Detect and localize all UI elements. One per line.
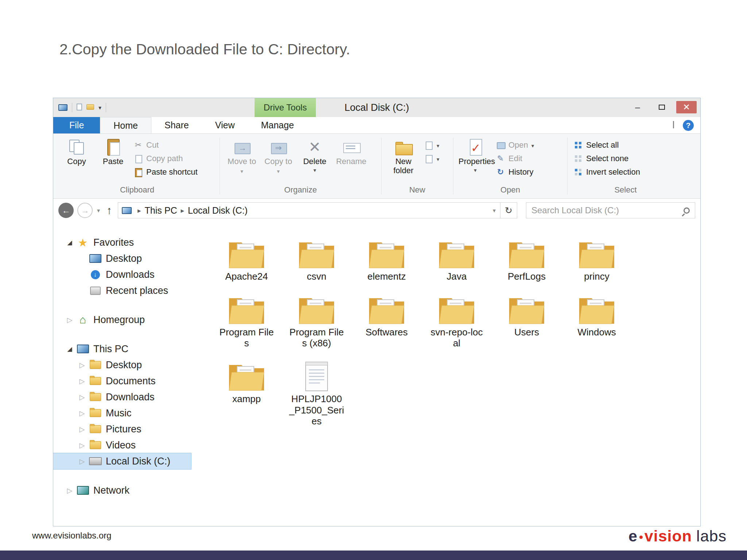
organize-group: Move to Copy to Delete Rename Organize bbox=[220, 134, 381, 198]
ribbon-tab[interactable]: Share bbox=[151, 117, 202, 133]
forward-button[interactable]: → bbox=[77, 203, 93, 218]
paste-button[interactable]: Paste bbox=[96, 137, 131, 166]
rename-button[interactable]: Rename bbox=[334, 137, 369, 166]
file-name: Java bbox=[447, 271, 467, 282]
sidebar-item[interactable]: Favorites bbox=[53, 234, 199, 250]
collapse-ribbon-button[interactable] bbox=[673, 122, 674, 129]
sidebar-item[interactable]: Music bbox=[53, 405, 199, 421]
sidebar-item[interactable]: Pictures bbox=[53, 421, 199, 437]
logo-vision: vision bbox=[645, 527, 692, 545]
breadcrumb-item[interactable]: This PC bbox=[145, 205, 177, 216]
file-item[interactable]: elementz bbox=[352, 232, 422, 282]
file-item[interactable]: csvn bbox=[282, 232, 352, 282]
file-item[interactable]: HPLJP1000_P1500_Series bbox=[282, 354, 352, 427]
file-item[interactable]: Program Files bbox=[212, 287, 282, 349]
easy-access-button[interactable] bbox=[422, 153, 441, 164]
drive-tools-contextual-tab[interactable]: Drive Tools bbox=[255, 98, 316, 117]
file-explorer-window: ▾ Local Disk (C:) Drive Tools – ✕ File H… bbox=[53, 98, 701, 526]
search-input[interactable] bbox=[531, 205, 681, 215]
address-bar[interactable]: This PC Local Disk (C:) ▾ bbox=[118, 202, 500, 218]
up-button[interactable]: ↑ bbox=[104, 204, 114, 217]
close-button[interactable]: ✕ bbox=[676, 101, 697, 113]
file-item[interactable]: PerfLogs bbox=[492, 232, 562, 282]
expander-icon[interactable] bbox=[63, 238, 76, 246]
sidebar-item[interactable]: Downloads bbox=[53, 389, 199, 405]
expander-icon[interactable] bbox=[76, 361, 88, 369]
invert-selection-label: Invert selection bbox=[586, 167, 640, 177]
maximize-button[interactable] bbox=[652, 101, 671, 113]
expander-icon[interactable] bbox=[76, 377, 88, 385]
select-none-button[interactable]: Select none bbox=[572, 153, 642, 164]
delete-icon bbox=[306, 138, 324, 156]
invert-selection-button[interactable]: Invert selection bbox=[572, 167, 642, 178]
move-to-button[interactable]: Move to bbox=[224, 137, 259, 176]
sidebar-item[interactable]: Documents bbox=[53, 373, 199, 389]
edit-button[interactable]: ✎ Edit bbox=[494, 153, 535, 164]
file-list: Apache24 bbox=[199, 222, 700, 526]
expander-icon[interactable] bbox=[63, 345, 76, 353]
file-item[interactable]: xampp bbox=[212, 354, 282, 427]
sidebar-item[interactable]: Videos bbox=[53, 437, 199, 453]
sidebar-item[interactable]: Recent places bbox=[53, 283, 199, 299]
expander-icon[interactable] bbox=[76, 425, 88, 433]
titlebar[interactable]: ▾ Local Disk (C:) Drive Tools – ✕ bbox=[53, 98, 700, 117]
file-item[interactable]: princy bbox=[562, 232, 632, 282]
sidebar-item[interactable]: Network bbox=[53, 482, 199, 498]
recent-places-icon bbox=[88, 285, 102, 296]
window-controls: – ✕ bbox=[628, 101, 697, 113]
ribbon: Copy Paste ✂ Cut Copy path bbox=[53, 134, 700, 199]
back-button[interactable]: ← bbox=[58, 203, 74, 218]
sidebar-item[interactable]: Desktop bbox=[53, 250, 199, 267]
move-to-label: Move to bbox=[228, 157, 256, 166]
paste-shortcut-label: Paste shortcut bbox=[146, 167, 198, 177]
copy-path-button[interactable]: Copy path bbox=[132, 153, 199, 164]
history-button[interactable]: ↻ History bbox=[494, 167, 535, 178]
sidebar-item[interactable]: Downloads bbox=[53, 267, 199, 283]
sidebar-item[interactable]: Local Disk (C:) bbox=[53, 453, 191, 469]
qat-properties-button[interactable] bbox=[77, 104, 82, 112]
new-folder-button[interactable]: New folder bbox=[386, 137, 421, 176]
copy-to-button[interactable]: Copy to bbox=[261, 137, 296, 176]
file-item[interactable]: Java bbox=[422, 232, 492, 282]
ribbon-tab[interactable]: Home bbox=[100, 117, 151, 133]
expander-icon[interactable] bbox=[76, 393, 88, 401]
breadcrumb-item[interactable]: Local Disk (C:) bbox=[188, 205, 248, 216]
file-name: Users bbox=[514, 327, 539, 338]
expander-icon[interactable] bbox=[63, 316, 76, 324]
history-label: History bbox=[508, 167, 533, 177]
file-item[interactable]: Users bbox=[492, 287, 562, 349]
copy-button[interactable]: Copy bbox=[59, 137, 94, 166]
cut-button[interactable]: ✂ Cut bbox=[132, 140, 199, 151]
refresh-button[interactable]: ↻ bbox=[500, 202, 517, 218]
properties-button[interactable]: Properties bbox=[458, 137, 493, 174]
expander-icon[interactable] bbox=[76, 409, 88, 417]
open-button[interactable]: Open bbox=[494, 140, 535, 151]
paste-shortcut-button[interactable]: Paste shortcut bbox=[132, 167, 199, 178]
refresh-icon: ↻ bbox=[505, 205, 512, 215]
sidebar-item[interactable]: Desktop bbox=[53, 357, 199, 373]
sidebar-item[interactable]: This PC bbox=[53, 341, 199, 357]
ribbon-tab[interactable]: File bbox=[53, 117, 100, 133]
recent-locations-button[interactable]: ▾ bbox=[96, 207, 101, 214]
music-folder-icon bbox=[88, 407, 102, 419]
new-item-button[interactable] bbox=[422, 140, 441, 151]
qat-new-folder-button[interactable] bbox=[86, 104, 94, 111]
file-item[interactable]: Apache24 bbox=[212, 232, 282, 282]
expander-icon[interactable] bbox=[63, 486, 76, 495]
address-dropdown-button[interactable]: ▾ bbox=[491, 207, 496, 214]
help-button[interactable]: ? bbox=[683, 120, 694, 131]
expander-icon[interactable] bbox=[76, 441, 88, 450]
select-all-button[interactable]: Select all bbox=[572, 140, 642, 151]
file-item[interactable]: svn-repo-local bbox=[422, 287, 492, 349]
ribbon-tab[interactable]: Manage bbox=[248, 117, 307, 133]
delete-button[interactable]: Delete bbox=[297, 137, 332, 174]
file-item[interactable]: Windows bbox=[562, 287, 632, 349]
qat-customize-button[interactable]: ▾ bbox=[98, 104, 101, 111]
file-item[interactable]: Softwares bbox=[352, 287, 422, 349]
minimize-button[interactable]: – bbox=[628, 101, 647, 113]
sidebar-item[interactable]: Homegroup bbox=[53, 312, 199, 328]
sidebar-item-label: Downloads bbox=[106, 268, 158, 281]
ribbon-tab[interactable]: View bbox=[202, 117, 248, 133]
file-item[interactable]: Program Files (x86) bbox=[282, 287, 352, 349]
expander-icon[interactable] bbox=[76, 457, 88, 466]
